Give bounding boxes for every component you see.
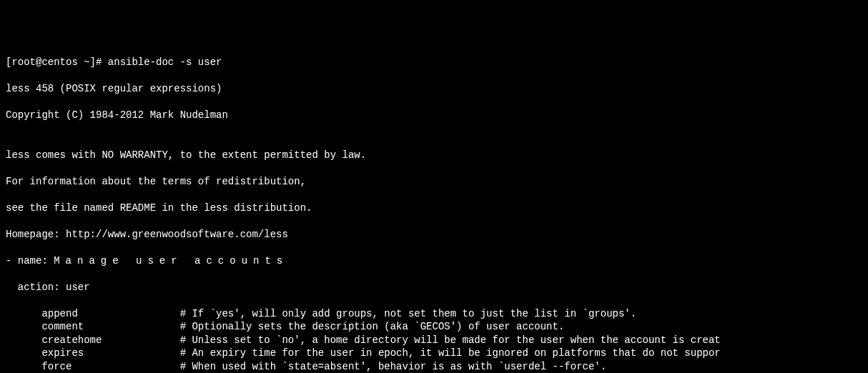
action-line: action: user (6, 281, 862, 294)
warranty-line-1: less comes with NO WARRANTY, to the exte… (6, 149, 862, 162)
params-list: append # If `yes', will only add groups,… (6, 307, 862, 374)
warranty-line-2: For information about the terms of redis… (6, 175, 862, 189)
module-name-line: - name: Manage user accounts (6, 254, 862, 268)
prompt-line: [root@centos ~]# ansible-doc -s user (6, 56, 862, 69)
param-row: createhome # Unless set to `no', a home … (6, 334, 862, 347)
param-row: force # When used with `state=absent', b… (6, 360, 862, 374)
homepage-line: Homepage: http://www.greenwoodsoftware.c… (6, 228, 862, 242)
param-row: expires # An expiry time for the user in… (6, 347, 862, 360)
copyright: Copyright (C) 1984-2012 Mark Nudelman (6, 109, 862, 122)
less-version: less 458 (POSIX regular expressions) (6, 82, 862, 96)
warranty-line-3: see the file named README in the less di… (6, 202, 862, 215)
param-row: comment # Optionally sets the descriptio… (6, 320, 862, 334)
param-row: append # If `yes', will only add groups,… (6, 307, 862, 321)
